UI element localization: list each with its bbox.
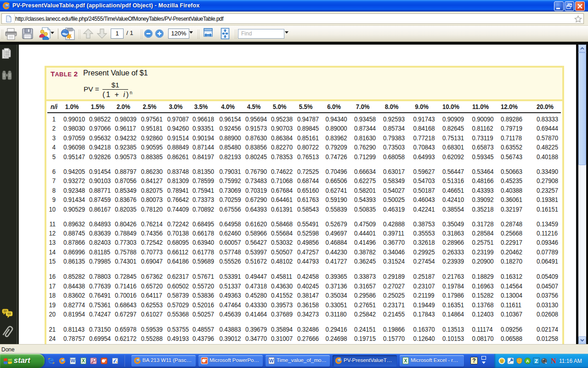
svg-text:X: X — [82, 358, 85, 363]
svg-text:N: N — [551, 357, 556, 365]
svg-text:W: W — [71, 358, 75, 363]
svg-text:W: W — [269, 358, 274, 363]
svg-text:X: X — [404, 358, 407, 363]
svg-text:Z: Z — [535, 358, 538, 364]
svg-text:A: A — [526, 358, 529, 363]
